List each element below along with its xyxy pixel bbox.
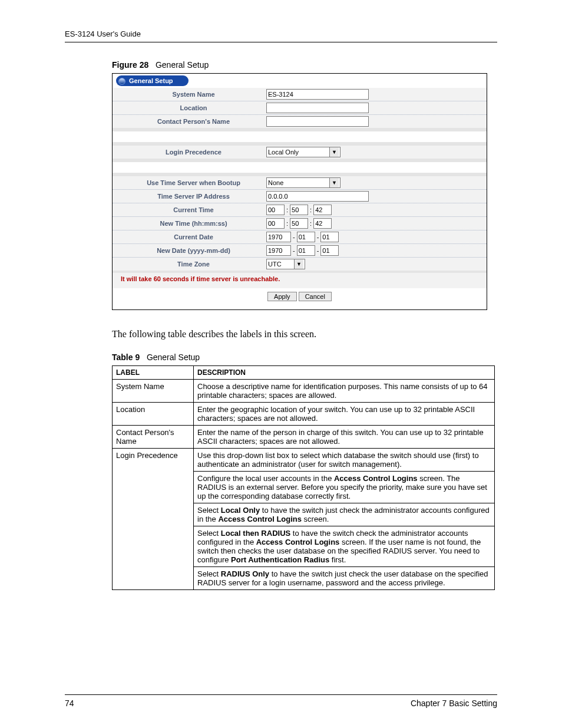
cell-desc: Enter the name of the person in charge o…	[194, 426, 495, 449]
label-time-zone: Time Zone	[121, 261, 266, 268]
figure-caption-label: Figure 28	[112, 60, 148, 70]
chapter-label: Chapter 7 Basic Setting	[411, 699, 497, 708]
input-location[interactable]	[266, 103, 369, 113]
input-time-server-ip[interactable]	[266, 191, 369, 202]
th-desc: DESCRIPTION	[194, 366, 495, 380]
input-new-date-yyyy[interactable]	[266, 245, 291, 256]
select-use-time-server[interactable]: None▼	[266, 177, 340, 188]
input-current-time-hh[interactable]	[266, 205, 285, 215]
cell-desc: Select Local Only to have the switch jus…	[194, 503, 495, 526]
row-login-precedence: Login Precedence Local Only▼	[113, 146, 487, 159]
panel-title-pill: General Setup	[116, 75, 189, 86]
input-current-date-dd[interactable]	[320, 232, 339, 242]
panel-title: General Setup	[129, 77, 173, 84]
figure-caption-text: General Setup	[156, 60, 209, 70]
cell-desc: Select RADIUS Only to have the switch ju…	[194, 567, 495, 590]
cell-label: Contact Person's Name	[113, 426, 194, 449]
label-login-precedence: Login Precedence	[121, 149, 266, 156]
figure-caption: Figure 28 General Setup	[112, 60, 497, 70]
input-new-time-ss[interactable]	[313, 218, 332, 229]
chevron-down-icon: ▼	[294, 259, 303, 269]
row-system-name: System Name	[113, 88, 487, 101]
cell-desc: Select Local then RADIUS to have the swi…	[194, 526, 495, 567]
cell-label: Login Precedence	[113, 449, 194, 590]
header-guide: ES-3124 User's Guide	[65, 29, 497, 42]
apply-button[interactable]: Apply	[267, 292, 297, 301]
warning-note: It will take 60 seconds if time server i…	[113, 273, 487, 288]
general-setup-panel: General Setup System Name Location Conta…	[112, 73, 487, 310]
table-caption-text: General Setup	[147, 353, 200, 362]
label-time-server-ip: Time Server IP Address	[121, 193, 266, 200]
description-table: LABEL DESCRIPTION System NameChoose a de…	[112, 365, 495, 590]
cancel-button[interactable]: Cancel	[299, 292, 332, 301]
prose-intro: The following table describes the labels…	[112, 329, 497, 340]
input-contact[interactable]	[266, 116, 369, 127]
label-contact: Contact Person's Name	[121, 118, 266, 125]
chevron-down-icon: ▼	[329, 178, 339, 187]
input-new-time-hh[interactable]	[266, 218, 285, 229]
input-current-date-mm[interactable]	[297, 232, 315, 242]
chevron-down-icon: ▼	[329, 147, 339, 157]
row-current-date: Current Date - -	[113, 230, 487, 244]
page-number: 74	[65, 699, 74, 708]
row-use-time-server: Use Time Server when Bootup None▼	[113, 176, 487, 190]
cell-desc: Use this drop-down list box to select wh…	[194, 449, 495, 472]
cell-desc: Configure the local user accounts in the…	[194, 472, 495, 503]
label-system-name: System Name	[121, 91, 266, 98]
table-row: LocationEnter the geographic location of…	[113, 403, 495, 426]
row-time-zone: Time Zone UTC▼	[113, 258, 487, 271]
cell-label: Location	[113, 403, 194, 426]
label-new-date: New Date (yyyy-mm-dd)	[121, 247, 266, 254]
label-new-time: New Time (hh:mm:ss)	[121, 220, 266, 227]
cell-desc: Choose a descriptive name for identifica…	[194, 380, 495, 403]
input-system-name[interactable]	[266, 89, 369, 100]
row-contact: Contact Person's Name	[113, 115, 487, 128]
cell-label: System Name	[113, 380, 194, 403]
input-current-time-mm[interactable]	[290, 205, 308, 215]
select-time-zone[interactable]: UTC▼	[266, 259, 305, 269]
table-caption-label: Table 9	[112, 353, 140, 362]
row-new-date: New Date (yyyy-mm-dd) - -	[113, 244, 487, 258]
select-login-precedence[interactable]: Local Only▼	[266, 147, 340, 157]
cell-desc: Enter the geographic location of your sw…	[194, 403, 495, 426]
row-current-time: Current Time : :	[113, 203, 487, 217]
label-use-time-server: Use Time Server when Bootup	[121, 179, 266, 186]
input-current-time-ss[interactable]	[313, 205, 332, 215]
table-row: Contact Person's NameEnter the name of t…	[113, 426, 495, 449]
input-current-date-yyyy[interactable]	[266, 232, 291, 242]
table-caption: Table 9 General Setup	[112, 353, 497, 362]
input-new-date-mm[interactable]	[297, 245, 315, 256]
input-new-date-dd[interactable]	[320, 245, 339, 256]
table-row: System NameChoose a descriptive name for…	[113, 380, 495, 403]
row-time-server-ip: Time Server IP Address	[113, 190, 487, 203]
row-location: Location	[113, 101, 487, 115]
label-location: Location	[121, 104, 266, 111]
th-label: LABEL	[113, 366, 194, 380]
label-current-time: Current Time	[121, 206, 266, 213]
input-new-time-mm[interactable]	[290, 218, 308, 229]
table-row: Login PrecedenceUse this drop-down list …	[113, 449, 495, 472]
row-new-time: New Time (hh:mm:ss) : :	[113, 217, 487, 230]
label-current-date: Current Date	[121, 233, 266, 241]
